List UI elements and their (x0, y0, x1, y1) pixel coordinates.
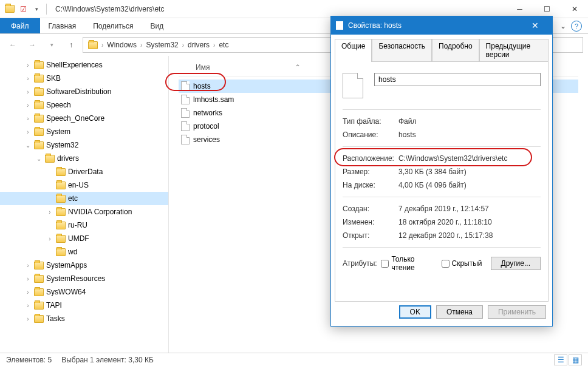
dialog-tab-general[interactable]: Общие (335, 39, 372, 62)
ribbon-tab-file[interactable]: Файл (0, 18, 40, 33)
tree-item-label: SystemApps (46, 261, 87, 269)
tree-item-label: Speech_OneCore (46, 114, 104, 123)
tree-item-label: ru-RU (68, 221, 87, 229)
dialog-tab-previous[interactable]: Предыдущие версии (479, 39, 549, 62)
tree-item[interactable]: ›TAPI (0, 299, 168, 312)
tree-expander-icon[interactable]: › (24, 262, 32, 269)
tree-expander-icon[interactable]: ⌄ (35, 155, 43, 162)
tree-item-label: Speech (46, 101, 71, 109)
tree-expander-icon[interactable]: › (24, 62, 32, 69)
tree-item[interactable]: wd (0, 245, 168, 259)
view-details-button[interactable]: ☰ (554, 354, 567, 365)
nav-forward-button[interactable]: → (24, 37, 40, 53)
tree-item[interactable]: ›Tasks (0, 312, 168, 325)
dialog-close-button[interactable]: ✕ (523, 21, 547, 30)
tree-expander-icon[interactable]: › (46, 209, 53, 215)
tree-item[interactable]: en-US (0, 178, 168, 192)
dialog-title-text: Свойства: hosts (348, 21, 402, 30)
breadcrumb-item[interactable]: Windows (104, 41, 139, 49)
folder-app-icon (4, 3, 16, 15)
nav-recent-dropdown[interactable]: ▾ (44, 37, 60, 53)
value-ondisk: 4,00 КБ (4 096 байт) (398, 181, 467, 189)
tree-item[interactable]: ›UMDF (0, 232, 168, 245)
ribbon-tab-share[interactable]: Поделиться (84, 18, 142, 33)
dialog-tab-security[interactable]: Безопасность (372, 39, 432, 62)
tree-item[interactable]: ru-RU (0, 219, 168, 232)
breadcrumb-item[interactable]: drivers (185, 41, 212, 49)
tree-expander-icon[interactable]: › (24, 115, 32, 122)
folder-icon (34, 128, 44, 136)
tree-item-label: SystemResources (46, 274, 105, 283)
ribbon-tab-home[interactable]: Главная (40, 18, 85, 33)
column-header-name[interactable]: Имя (196, 63, 210, 72)
tree-item[interactable]: ›ShellExperiences (0, 58, 168, 72)
tree-expander-icon[interactable]: › (24, 89, 32, 95)
tree-expander-icon[interactable]: › (46, 236, 53, 242)
tree-item[interactable]: ›SystemApps (0, 259, 168, 272)
folder-icon (34, 315, 44, 323)
ribbon-expand-icon[interactable]: ⌄ (560, 22, 566, 30)
ribbon-tab-view[interactable]: Вид (142, 18, 172, 33)
folder-icon (45, 155, 55, 163)
dialog-filename-input[interactable] (374, 73, 541, 86)
tree-item[interactable]: ⌄System32 (0, 138, 168, 152)
label-filetype: Тип файла: (343, 117, 398, 126)
document-icon (181, 95, 190, 104)
close-button[interactable]: ✕ (561, 0, 588, 18)
tree-item[interactable]: ⌄drivers (0, 152, 168, 165)
checkbox-readonly[interactable]: Только чтение (381, 255, 432, 272)
folder-icon (34, 115, 44, 123)
document-icon (181, 121, 190, 131)
breadcrumb-item[interactable]: System32 (143, 41, 180, 49)
status-bar: Элементов: 5 Выбран 1 элемент: 3,30 КБ ☰… (0, 353, 588, 366)
breadcrumb-item[interactable]: etc (216, 41, 231, 49)
folder-icon (56, 248, 66, 256)
checkbox-hidden[interactable]: Скрытый (442, 259, 482, 268)
dialog-body: Тип файла:Файл Описание:hosts Расположен… (335, 61, 549, 302)
folder-icon (34, 101, 44, 109)
nav-back-button[interactable]: ← (5, 37, 21, 53)
dialog-titlebar[interactable]: Свойства: hosts ✕ (331, 16, 552, 35)
value-location: C:\Windows\System32\drivers\etc (398, 154, 507, 163)
tree-item-label: SKB (46, 74, 61, 83)
tree-expander-icon[interactable]: › (24, 75, 32, 82)
tree-item[interactable]: ›SysWOW64 (0, 285, 168, 299)
folder-tree[interactable]: ›ShellExperiences›SKB›SoftwareDistributi… (0, 56, 169, 353)
attributes-other-button[interactable]: Другие... (491, 257, 541, 270)
document-icon (181, 135, 190, 144)
tree-item[interactable]: ›NVIDIA Corporation (0, 205, 168, 219)
nav-up-button[interactable]: ↑ (63, 37, 79, 53)
tree-expander-icon[interactable]: › (24, 302, 32, 309)
tree-item[interactable]: ›System (0, 125, 168, 138)
breadcrumb-sep: › (140, 42, 142, 49)
tree-item[interactable]: ›SKB (0, 72, 168, 85)
qat-dropdown-icon[interactable]: ▾ (30, 3, 43, 15)
folder-icon (34, 262, 44, 269)
dialog-tab-details[interactable]: Подробно (432, 39, 479, 62)
value-size: 3,30 КБ (3 384 байт) (398, 168, 467, 176)
tree-expander-icon[interactable]: › (24, 129, 32, 135)
dialog-ok-button[interactable]: OK (399, 305, 431, 319)
qat-properties-icon[interactable]: ☑ (17, 3, 29, 15)
breadcrumb-sep: › (182, 42, 184, 49)
tree-item[interactable]: etc (0, 192, 168, 205)
folder-icon (56, 195, 66, 203)
window-title-path: C:\Windows\System32\drivers\etc (53, 5, 164, 13)
folder-icon (56, 181, 66, 189)
folder-icon (56, 168, 66, 176)
tree-item[interactable]: DriverData (0, 165, 168, 178)
label-description: Описание: (343, 130, 398, 139)
tree-expander-icon[interactable]: ⌄ (24, 142, 32, 149)
tree-item[interactable]: ›SystemResources (0, 272, 168, 285)
tree-expander-icon[interactable]: › (24, 289, 32, 296)
dialog-apply-button[interactable]: Применить (488, 305, 546, 319)
view-icons-button[interactable]: ▦ (569, 354, 582, 365)
tree-expander-icon[interactable]: › (24, 316, 32, 322)
tree-item[interactable]: ›Speech (0, 98, 168, 112)
help-button[interactable]: ? (571, 21, 582, 32)
tree-expander-icon[interactable]: › (24, 102, 32, 109)
tree-item[interactable]: ›Speech_OneCore (0, 112, 168, 125)
dialog-cancel-button[interactable]: Отмена (436, 305, 483, 319)
tree-expander-icon[interactable]: › (24, 276, 32, 282)
tree-item[interactable]: ›SoftwareDistribution (0, 85, 168, 98)
